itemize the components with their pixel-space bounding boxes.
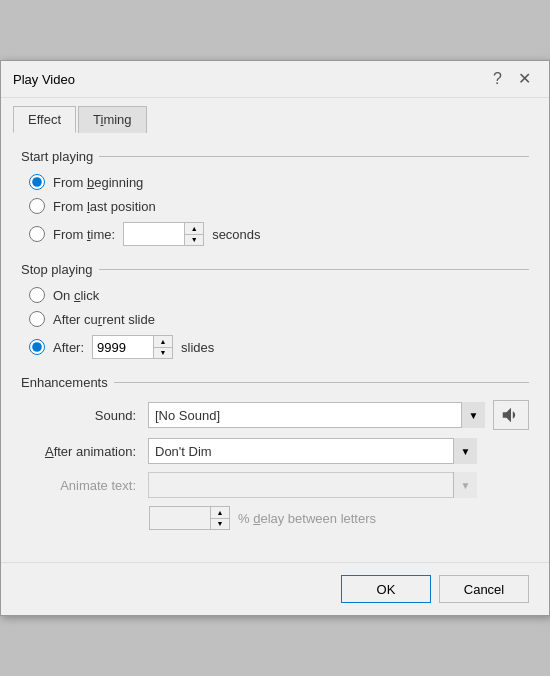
slides-unit: slides bbox=[181, 340, 214, 355]
from-last-row: From last position bbox=[29, 198, 529, 214]
after-slides-row: After: ▲ ▼ slides bbox=[29, 335, 529, 359]
enhancements-divider bbox=[114, 382, 529, 383]
tab-content: Start playing From beginning From last p… bbox=[1, 133, 549, 562]
enhancements-header: Enhancements bbox=[21, 375, 529, 390]
stop-playing-divider bbox=[99, 269, 529, 270]
title-bar-right: ? ✕ bbox=[487, 69, 537, 89]
from-beginning-row: From beginning bbox=[29, 174, 529, 190]
slides-value-input[interactable] bbox=[93, 336, 153, 358]
sound-select-wrapper: [No Sound] Other Sound... ▼ bbox=[148, 402, 485, 428]
time-spin-down[interactable]: ▼ bbox=[185, 234, 203, 246]
after-animation-label: After animation: bbox=[25, 444, 140, 459]
slides-spin-buttons: ▲ ▼ bbox=[153, 336, 172, 358]
start-playing-header: Start playing bbox=[21, 149, 529, 164]
delay-spin-buttons: ▲ ▼ bbox=[210, 507, 229, 529]
on-click-label[interactable]: On click bbox=[53, 288, 99, 303]
title-bar-left: Play Video bbox=[13, 72, 75, 87]
stop-playing-title: Stop playing bbox=[21, 262, 93, 277]
stop-playing-header: Stop playing bbox=[21, 262, 529, 277]
tab-timing[interactable]: Timing bbox=[78, 106, 147, 133]
tab-effect-label: Effect bbox=[28, 112, 61, 127]
after-animation-select[interactable]: Don't Dim Hide After Animation Hide on N… bbox=[148, 438, 477, 464]
tab-timing-label: Timing bbox=[93, 112, 132, 127]
from-time-radio[interactable] bbox=[29, 226, 45, 242]
sound-select[interactable]: [No Sound] Other Sound... bbox=[148, 402, 485, 428]
delay-spin-up[interactable]: ▲ bbox=[211, 507, 229, 518]
dialog-title: Play Video bbox=[13, 72, 75, 87]
close-button[interactable]: ✕ bbox=[512, 69, 537, 89]
tab-effect[interactable]: Effect bbox=[13, 106, 76, 133]
sound-label: Sound: bbox=[25, 408, 140, 423]
help-button[interactable]: ? bbox=[487, 69, 508, 89]
tabs-container: Effect Timing bbox=[1, 98, 549, 133]
dialog-footer: OK Cancel bbox=[1, 562, 549, 615]
after-current-label[interactable]: After current slide bbox=[53, 312, 155, 327]
stop-playing-options: On click After current slide After: ▲ ▼ bbox=[21, 287, 529, 359]
start-playing-title: Start playing bbox=[21, 149, 93, 164]
on-click-radio[interactable] bbox=[29, 287, 45, 303]
start-playing-divider bbox=[99, 156, 529, 157]
stop-playing-section: Stop playing On click After current slid… bbox=[21, 262, 529, 359]
after-slides-label[interactable]: After: bbox=[53, 340, 84, 355]
speaker-icon bbox=[500, 404, 522, 426]
sound-preview-button[interactable] bbox=[493, 400, 529, 430]
animate-text-label: Animate text: bbox=[25, 478, 140, 493]
delay-spinner: ▲ ▼ bbox=[149, 506, 230, 530]
from-time-row: From time: ▲ ▼ seconds bbox=[29, 222, 529, 246]
slides-spin-up[interactable]: ▲ bbox=[154, 336, 172, 347]
time-spinner: ▲ ▼ bbox=[123, 222, 204, 246]
from-time-label[interactable]: From time: bbox=[53, 227, 115, 242]
after-animation-select-wrapper: Don't Dim Hide After Animation Hide on N… bbox=[148, 438, 477, 464]
start-playing-section: Start playing From beginning From last p… bbox=[21, 149, 529, 246]
time-value-input[interactable] bbox=[124, 223, 184, 245]
after-current-radio[interactable] bbox=[29, 311, 45, 327]
slides-spinner: ▲ ▼ bbox=[92, 335, 173, 359]
play-video-dialog: Play Video ? ✕ Effect Timing Start playi… bbox=[0, 60, 550, 616]
title-bar: Play Video ? ✕ bbox=[1, 61, 549, 98]
delay-row: ▲ ▼ % delay between letters bbox=[21, 506, 529, 530]
after-slides-radio[interactable] bbox=[29, 339, 45, 355]
slides-spin-down[interactable]: ▼ bbox=[154, 347, 172, 359]
after-current-row: After current slide bbox=[29, 311, 529, 327]
enhancements-section: Enhancements Sound: [No Sound] Other Sou… bbox=[21, 375, 529, 530]
ok-button[interactable]: OK bbox=[341, 575, 431, 603]
on-click-row: On click bbox=[29, 287, 529, 303]
delay-spin-down[interactable]: ▼ bbox=[211, 518, 229, 530]
from-last-label[interactable]: From last position bbox=[53, 199, 156, 214]
animate-text-select[interactable] bbox=[148, 472, 477, 498]
animate-text-select-wrapper: ▼ bbox=[148, 472, 477, 498]
time-unit: seconds bbox=[212, 227, 260, 242]
from-last-radio[interactable] bbox=[29, 198, 45, 214]
cancel-button[interactable]: Cancel bbox=[439, 575, 529, 603]
from-beginning-radio[interactable] bbox=[29, 174, 45, 190]
time-spin-up[interactable]: ▲ bbox=[185, 223, 203, 234]
time-spin-buttons: ▲ ▼ bbox=[184, 223, 203, 245]
start-playing-options: From beginning From last position From t… bbox=[21, 174, 529, 246]
from-beginning-label[interactable]: From beginning bbox=[53, 175, 143, 190]
delay-label: % delay between letters bbox=[238, 511, 376, 526]
delay-value-input[interactable] bbox=[150, 507, 210, 529]
enhancements-title: Enhancements bbox=[21, 375, 108, 390]
